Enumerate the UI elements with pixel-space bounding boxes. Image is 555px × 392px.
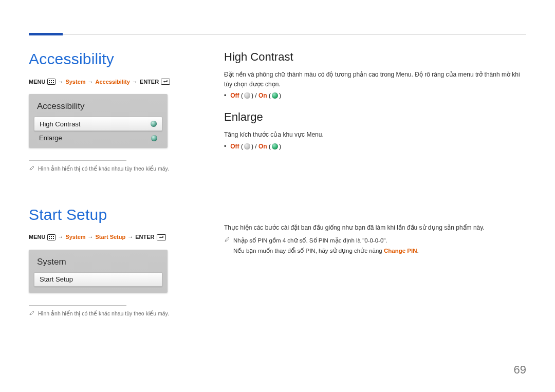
menu-path-start-setup: MENU → System → Start Setup → ENTER xyxy=(29,234,203,240)
footnote: Hình ảnh hiển thị có thể khác nhau tùy t… xyxy=(29,310,203,318)
arrow-icon: → xyxy=(88,234,94,240)
dot-off-icon xyxy=(244,143,250,150)
subheading-high-contrast: High Contrast xyxy=(224,50,526,64)
opt-sep: / xyxy=(255,143,258,150)
option-row: Off () / On () xyxy=(224,92,526,99)
pencil-icon xyxy=(29,165,35,173)
start-setup-panel: System Start Setup xyxy=(29,250,168,293)
paren: ( xyxy=(269,92,271,99)
paren: ( xyxy=(269,143,271,150)
divider xyxy=(29,160,126,161)
note-row: Nhập số PIN gồm 4 chữ số. Số PIN mặc địn… xyxy=(224,236,526,245)
menu-grid-icon xyxy=(47,78,55,85)
opt-sep: / xyxy=(255,92,258,99)
dot-on-icon xyxy=(272,92,278,99)
path-system: System xyxy=(65,234,85,240)
path-start-setup: Start Setup xyxy=(96,234,126,240)
enter-icon xyxy=(161,78,170,85)
section-title-accessibility: Accessibility xyxy=(29,50,203,68)
arrow-icon: → xyxy=(127,234,133,240)
opt-on-label: On xyxy=(258,92,267,99)
panel-item-start-setup[interactable]: Start Setup xyxy=(34,272,162,287)
svg-rect-10 xyxy=(51,236,52,237)
opt-off-label: Off xyxy=(230,92,239,99)
panel-item-label: High Contrast xyxy=(40,120,80,128)
svg-rect-2 xyxy=(51,80,52,81)
menu-path-accessibility: MENU → System → Accessibility → ENTER xyxy=(29,78,203,85)
start-setup-desc: Thực hiện các bước cài đặt ban đầu giống… xyxy=(224,223,526,233)
arrow-icon: → xyxy=(132,79,138,85)
page-number: 69 xyxy=(514,363,526,377)
header-accent xyxy=(29,33,63,35)
panel-item-label: Enlarge xyxy=(39,134,62,142)
pencil-icon xyxy=(224,236,230,245)
footnote-text: Hình ảnh hiển thị có thể khác nhau tùy t… xyxy=(38,310,169,318)
dot-on-icon xyxy=(272,143,278,150)
svg-rect-13 xyxy=(51,238,52,239)
dot-off-icon xyxy=(244,92,250,99)
enlarge-desc: Tăng kích thước của khu vực Menu. xyxy=(224,130,526,140)
svg-rect-5 xyxy=(51,82,52,83)
paren: ) xyxy=(279,143,281,150)
panel-item-label: Start Setup xyxy=(40,275,73,283)
panel-title: System xyxy=(34,255,162,272)
arrow-icon: → xyxy=(58,79,63,85)
enter-icon xyxy=(157,234,166,240)
panel-item-high-contrast[interactable]: High Contrast xyxy=(34,117,162,131)
svg-rect-1 xyxy=(49,80,50,81)
note-row: Nếu bạn muốn thay đổi số PIN, hãy sử dụn… xyxy=(224,247,526,255)
status-dot-icon xyxy=(151,135,157,141)
arrow-icon: → xyxy=(58,234,63,240)
paren: ) xyxy=(279,92,281,99)
paren: ( xyxy=(241,143,243,150)
svg-rect-11 xyxy=(53,236,54,237)
svg-rect-8 xyxy=(48,234,55,240)
note-text: Nếu bạn muốn thay đổi số PIN, hãy sử dụn… xyxy=(233,247,419,255)
divider xyxy=(29,305,126,306)
enter-label: ENTER xyxy=(135,234,154,240)
path-accessibility: Accessibility xyxy=(96,79,130,85)
arrow-icon: → xyxy=(88,79,94,85)
opt-off-label: Off xyxy=(230,143,239,150)
menu-grid-icon xyxy=(47,234,55,240)
panel-title: Accessibility xyxy=(34,99,162,117)
svg-rect-4 xyxy=(49,82,50,83)
paren: ) xyxy=(251,143,253,150)
footnote-text: Hình ảnh hiển thị có thể khác nhau tùy t… xyxy=(38,165,169,173)
accessibility-panel: Accessibility High Contrast Enlarge xyxy=(29,94,168,148)
menu-label: MENU xyxy=(29,234,45,240)
menu-label: MENU xyxy=(29,79,45,85)
svg-rect-9 xyxy=(49,236,50,237)
header-rule xyxy=(29,34,526,34)
paren: ) xyxy=(251,92,253,99)
pencil-icon xyxy=(29,310,35,318)
svg-rect-6 xyxy=(53,82,54,83)
svg-rect-14 xyxy=(53,238,54,239)
subheading-enlarge: Enlarge xyxy=(224,110,526,124)
section-title-start-setup: Start Setup xyxy=(29,206,203,223)
svg-rect-0 xyxy=(48,79,55,85)
enter-label: ENTER xyxy=(140,79,159,85)
panel-item-enlarge[interactable]: Enlarge xyxy=(34,131,162,142)
svg-rect-3 xyxy=(53,80,54,81)
footnote: Hình ảnh hiển thị có thể khác nhau tùy t… xyxy=(29,165,203,173)
note-text: Nhập số PIN gồm 4 chữ số. Số PIN mặc địn… xyxy=(233,236,387,245)
high-contrast-desc: Đặt nền và phông chữ thành màu có độ tươ… xyxy=(224,70,526,89)
svg-rect-12 xyxy=(49,238,50,239)
path-system: System xyxy=(65,79,85,85)
change-pin-link: Change PIN xyxy=(384,248,417,254)
opt-on-label: On xyxy=(258,143,267,150)
paren: ( xyxy=(241,92,243,99)
status-dot-icon xyxy=(151,121,157,127)
option-row: Off () / On () xyxy=(224,143,526,150)
